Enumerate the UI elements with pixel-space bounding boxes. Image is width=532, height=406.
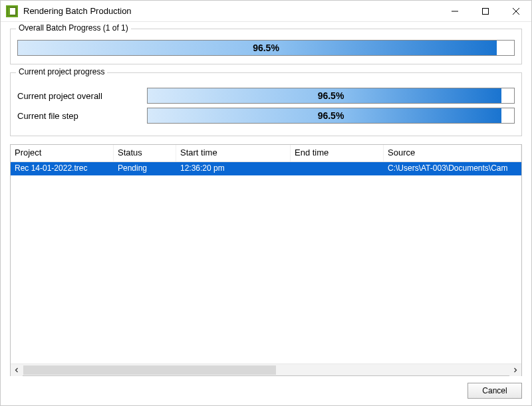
- svg-rect-5: [483, 8, 489, 14]
- window-frame: Rendering Batch Production Overall Batch…: [0, 0, 532, 406]
- overall-progress-percent: 96.5%: [18, 41, 514, 55]
- scroll-track[interactable]: [23, 365, 509, 375]
- cancel-button[interactable]: Cancel: [467, 383, 522, 399]
- cell-project: Rec 14-01-2022.trec: [11, 162, 114, 175]
- project-progress-group-label: Current project progress: [16, 67, 107, 76]
- file-step-progress-percent: 96.5%: [148, 108, 514, 123]
- cell-end-time: [291, 162, 384, 175]
- column-header-status[interactable]: Status: [114, 145, 176, 161]
- file-step-row: Current file step 96.5%: [17, 108, 515, 124]
- project-overall-row: Current project overall 96.5%: [17, 88, 515, 104]
- overall-progress-bar: 96.5%: [17, 40, 515, 56]
- cell-start-time: 12:36:20 pm: [176, 162, 291, 175]
- cell-status: Pending: [114, 162, 176, 175]
- column-header-project[interactable]: Project: [11, 145, 114, 161]
- horizontal-scrollbar[interactable]: [11, 363, 521, 375]
- project-overall-progress-bar: 96.5%: [147, 88, 515, 104]
- scroll-left-arrow-icon[interactable]: [11, 364, 23, 376]
- scroll-right-arrow-icon[interactable]: [509, 364, 521, 376]
- close-button[interactable]: [501, 1, 531, 21]
- table-header: Project Status Start time End time Sourc…: [11, 145, 521, 162]
- file-step-label: Current file step: [17, 111, 147, 121]
- svg-rect-3: [8, 7, 10, 15]
- project-overall-label: Current project overall: [17, 91, 147, 101]
- scroll-thumb[interactable]: [23, 365, 276, 375]
- column-header-start-time[interactable]: Start time: [176, 145, 291, 161]
- content-area: Overall Batch Progress (1 of 1) 96.5% Cu…: [1, 22, 531, 405]
- maximize-button[interactable]: [470, 1, 501, 21]
- overall-progress-group: Overall Batch Progress (1 of 1) 96.5%: [10, 29, 522, 64]
- table-body: Rec 14-01-2022.trec Pending 12:36:20 pm …: [11, 162, 521, 363]
- window-title: Rendering Batch Production: [23, 6, 132, 16]
- jobs-table: Project Status Start time End time Sourc…: [10, 144, 522, 376]
- dialog-button-row: Cancel: [10, 376, 522, 399]
- column-header-source[interactable]: Source: [384, 145, 521, 161]
- column-header-end-time[interactable]: End time: [291, 145, 384, 161]
- overall-progress-group-label: Overall Batch Progress (1 of 1): [16, 23, 131, 33]
- file-step-progress-bar: 96.5%: [147, 108, 515, 124]
- project-overall-progress-percent: 96.5%: [148, 88, 514, 103]
- app-icon: [6, 5, 18, 17]
- minimize-button[interactable]: [440, 1, 470, 21]
- table-row[interactable]: Rec 14-01-2022.trec Pending 12:36:20 pm …: [11, 162, 521, 175]
- window-controls: [440, 1, 531, 21]
- cell-source: C:\Users\AT-003\Documents\Cam: [384, 162, 521, 175]
- project-progress-group: Current project progress Current project…: [10, 72, 522, 136]
- titlebar: Rendering Batch Production: [1, 1, 531, 22]
